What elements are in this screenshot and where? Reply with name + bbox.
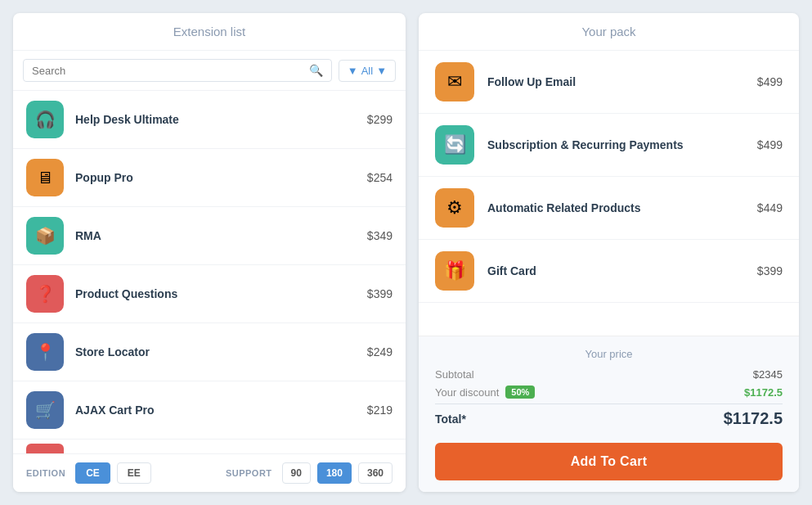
extension-price: $254 [367, 171, 393, 184]
extension-icon: ❓ [26, 275, 64, 313]
extension-price: $399 [367, 287, 393, 300]
extension-icon: 🛒 [26, 391, 64, 429]
list-item[interactable]: 🛒 AJAX Cart Pro $219 [13, 381, 406, 440]
support-360-button[interactable]: 360 [358, 462, 393, 484]
extension-name: RMA [75, 229, 356, 242]
edition-ce-button[interactable]: CE [75, 462, 110, 484]
pack-list-item[interactable]: ✉ Follow Up Email $499 [419, 51, 799, 114]
extension-icon: 🖥 [26, 159, 64, 196]
bottom-bar: EDITION CE EE SUPPORT 90 180 360 [13, 453, 406, 492]
extension-name: Store Locator [75, 345, 356, 358]
pack-list-item[interactable]: 🎁 Gift Card $399 [419, 240, 799, 303]
pack-list-item[interactable]: 🔄 Subscription & Recurring Payments $499 [419, 114, 799, 177]
extension-icon: 🎧 [26, 101, 64, 138]
edition-label: EDITION [26, 468, 65, 478]
extension-list-title: Extension list [13, 13, 406, 51]
filter-button[interactable]: ▼ All ▼ [339, 60, 396, 82]
price-section-title: Your price [435, 348, 783, 360]
search-bar: 🔍 ▼ All ▼ [13, 51, 406, 91]
extension-name: Help Desk Ultimate [75, 113, 356, 126]
extension-name: Product Questions [75, 287, 356, 300]
extension-price: $249 [367, 345, 393, 358]
list-item[interactable]: ❓ Product Questions $399 [13, 265, 406, 323]
filter-icon: ▼ [348, 65, 358, 77]
extension-price: $349 [367, 229, 393, 242]
pack-list: ✉ Follow Up Email $499 🔄 Subscription & … [419, 51, 799, 336]
extension-name: AJAX Cart Pro [75, 404, 356, 417]
total-value: $1172.5 [724, 409, 783, 428]
pack-icon: ⚙ [435, 188, 474, 228]
pack-icon: 🎁 [435, 251, 474, 291]
discount-label: Your discount 50% [435, 386, 535, 399]
extension-list-panel: Extension list 🔍 ▼ All ▼ 🎧 Help Desk Ult… [13, 13, 406, 492]
your-pack-title: Your pack [419, 13, 799, 51]
pack-list-item[interactable]: ⚙ Automatic Related Products $449 [419, 177, 799, 240]
total-row: Total* $1172.5 [435, 404, 783, 428]
subtotal-row: Subtotal $2345 [435, 368, 783, 381]
total-label: Total* [435, 413, 466, 426]
subtotal-value: $2345 [753, 368, 783, 381]
pack-item-name: Follow Up Email [487, 75, 744, 88]
list-item[interactable]: 📍 Store Locator $249 [13, 323, 406, 381]
extension-price: $299 [367, 113, 393, 126]
price-section: Your price Subtotal $2345 Your discount … [419, 336, 799, 492]
discount-row: Your discount 50% $1172.5 [435, 386, 783, 399]
extension-icon: 📍 [26, 333, 64, 371]
filter-label: All [361, 65, 373, 77]
pack-item-name: Gift Card [487, 264, 744, 277]
pack-icon: 🔄 [435, 125, 474, 165]
chevron-down-icon: ▼ [376, 65, 387, 77]
extension-name: Popup Pro [75, 171, 356, 184]
pack-item-name: Subscription & Recurring Payments [487, 138, 744, 151]
pack-icon: ✉ [435, 62, 474, 101]
pack-item-price: $499 [757, 138, 783, 151]
pack-item-name: Automatic Related Products [487, 201, 744, 214]
your-pack-panel: Your pack ✉ Follow Up Email $499 🔄 Subsc… [419, 13, 799, 492]
search-icon: 🔍 [309, 64, 323, 77]
search-input-wrap[interactable]: 🔍 [23, 59, 332, 82]
discount-badge: 50% [505, 386, 535, 399]
support-90-button[interactable]: 90 [282, 462, 311, 484]
pack-item-price: $499 [757, 75, 783, 88]
add-to-cart-button[interactable]: Add To Cart [435, 443, 783, 480]
list-item[interactable]: 🎧 Help Desk Ultimate $299 [13, 91, 406, 149]
extension-list: 🎧 Help Desk Ultimate $299 🖥 Popup Pro $2… [13, 91, 406, 453]
support-180-button[interactable]: 180 [317, 462, 352, 484]
support-label: SUPPORT [226, 468, 272, 478]
subtotal-label: Subtotal [435, 368, 474, 381]
pack-item-price: $449 [757, 201, 783, 214]
partial-list-item [13, 440, 406, 453]
pack-item-price: $399 [757, 264, 783, 277]
edition-ee-button[interactable]: EE [117, 462, 151, 484]
extension-price: $219 [367, 404, 393, 417]
list-item[interactable]: 📦 RMA $349 [13, 207, 406, 265]
search-input[interactable] [32, 65, 304, 77]
list-item[interactable]: 🖥 Popup Pro $254 [13, 149, 406, 207]
discount-value: $1172.5 [744, 386, 783, 399]
extension-icon: 📦 [26, 217, 64, 255]
